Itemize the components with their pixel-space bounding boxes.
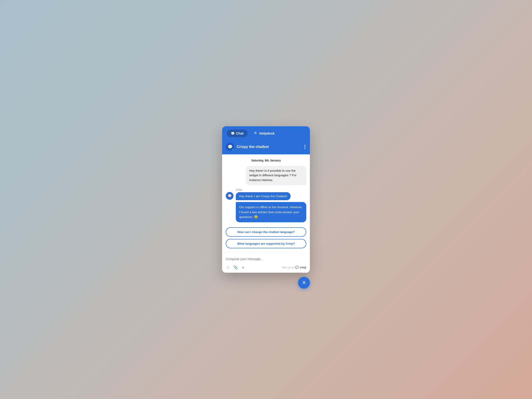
date-separator: Saturday, 6th January (226, 159, 306, 162)
bot-avatar-message: 💬 (226, 192, 234, 200)
bot-icon: 💬 (228, 194, 232, 198)
powered-by-brand: crisp (300, 266, 306, 269)
bot-sender-name: Crisp (236, 188, 306, 191)
close-fab-button[interactable]: ✕ (298, 277, 310, 289)
bot-avatar: 💬 (226, 142, 234, 151)
helpdesk-tab-icon: 🔍 (254, 132, 258, 135)
chat-widget: 💬 Chat 🔍 Helpdesk 💬 Crispy the chatbot (222, 126, 310, 273)
suggestion-button-2[interactable]: What languages are supported by Crisp? (226, 239, 306, 248)
crisp-logo-icon: 💬 (295, 266, 299, 269)
close-icon: ✕ (302, 280, 306, 285)
chat-header: 💬 Crispy the chatbot (222, 140, 310, 154)
tab-chat[interactable]: 💬 Chat (227, 129, 248, 137)
bot-avatar-icon: 💬 (228, 144, 233, 149)
chat-tab-label: Chat (236, 131, 244, 135)
compose-area: ☺ 📎 ★ We run on 💬 crisp (222, 253, 310, 273)
message-input[interactable] (226, 256, 306, 263)
bot-bubble-greeting: Hey there! I am Crispy the Chatbot! (236, 192, 291, 200)
suggestion-button-1[interactable]: How can I change the chatbot language? (226, 227, 306, 237)
powered-by: We run on 💬 crisp (282, 266, 306, 269)
toolbar-icons: ☺ 📎 ★ (226, 265, 245, 270)
bot-bubble-offline: Our support is offline at the moment. Ho… (236, 202, 306, 222)
attach-icon[interactable]: 📎 (233, 265, 238, 270)
chat-tab-icon: 💬 (231, 132, 235, 135)
bot-message-section: 💬 Crisp Hey there! I am Crispy the Chatb… (226, 188, 306, 225)
more-options-button[interactable] (304, 144, 306, 150)
menu-dot-3 (304, 148, 305, 149)
menu-dot-1 (304, 145, 305, 146)
powered-by-prefix: We run on (282, 266, 294, 269)
star-icon[interactable]: ★ (241, 265, 245, 270)
tab-helpdesk[interactable]: 🔍 Helpdesk (250, 129, 279, 137)
user-message-bubble: Hey there! Is it possible to use the wid… (246, 166, 306, 185)
menu-dot-2 (304, 146, 305, 147)
bot-messages-container: Crisp Hey there! I am Crispy the Chatbot… (236, 188, 306, 225)
user-message-row: Hey there! Is it possible to use the wid… (226, 166, 306, 185)
compose-toolbar: ☺ 📎 ★ We run on 💬 crisp (226, 263, 306, 271)
online-indicator (232, 149, 234, 151)
nav-bar: 💬 Chat 🔍 Helpdesk (222, 126, 310, 140)
emoji-icon[interactable]: ☺ (226, 265, 230, 270)
helpdesk-tab-label: Helpdesk (259, 131, 275, 135)
chatbot-name: Crispy the chatbot (237, 145, 301, 149)
chat-messages-area: Saturday, 6th January Hey there! Is it p… (222, 154, 310, 253)
